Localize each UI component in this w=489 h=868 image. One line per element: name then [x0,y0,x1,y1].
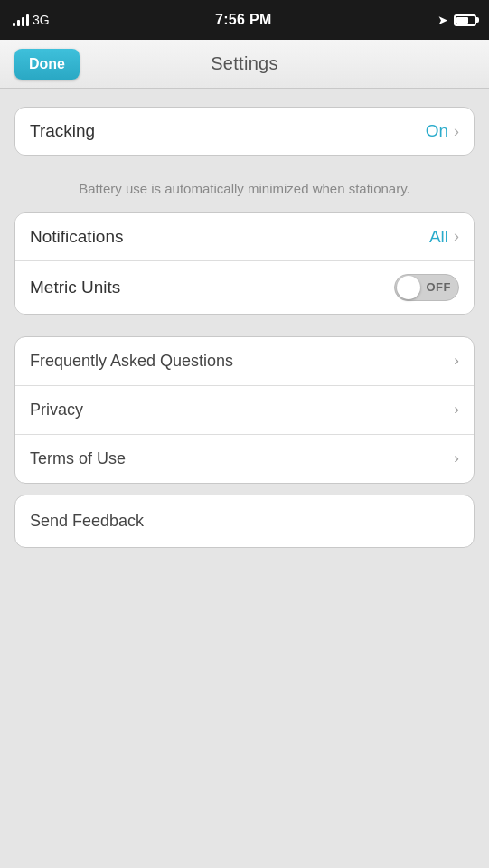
links-section: Frequently Asked Questions › Privacy › T… [14,336,475,484]
signal-bar-4 [26,14,29,26]
notifications-status: All [429,227,448,247]
metric-units-toggle-container[interactable]: OFF [394,274,459,301]
notifications-value[interactable]: All › [429,227,459,247]
tracking-value[interactable]: On › [426,121,459,141]
faq-chevron-icon: › [454,352,459,370]
done-button[interactable]: Done [14,49,80,80]
signal-bar-1 [13,23,15,26]
tracking-row[interactable]: Tracking On › [15,108,474,155]
tracking-status: On [426,121,448,141]
tracking-label: Tracking [30,121,95,141]
privacy-chevron-icon: › [454,401,459,419]
feedback-label: Send Feedback [30,512,144,531]
feedback-section: Send Feedback [14,495,475,548]
toggle-knob [397,276,420,299]
terms-chevron-icon: › [454,449,459,467]
status-left: 3G [13,13,50,27]
toggle-state-label: OFF [427,280,452,294]
page-title: Settings [211,53,278,74]
metric-units-row: Metric Units OFF [15,260,474,314]
faq-row[interactable]: Frequently Asked Questions › [15,337,474,385]
privacy-row[interactable]: Privacy › [15,385,474,434]
nav-bar: Done Settings [0,40,489,89]
status-bar: 3G 7:56 PM ➤ [0,0,489,40]
battery-icon [454,14,476,26]
notifications-chevron-icon: › [454,227,459,246]
settings-content: Tracking On › Battery use is automatical… [0,89,489,868]
faq-label: Frequently Asked Questions [30,352,233,371]
battery-fill [456,17,468,24]
terms-label: Terms of Use [30,449,126,468]
location-arrow-icon: ➤ [437,13,448,27]
status-right: ➤ [437,13,476,27]
tracking-chevron-icon: › [454,122,459,141]
notifications-row[interactable]: Notifications All › [15,213,474,260]
feedback-row[interactable]: Send Feedback [15,495,474,547]
notifications-metrics-section: Notifications All › Metric Units OFF [14,212,475,315]
carrier-label: 3G [33,13,50,27]
tracking-section: Tracking On › [14,107,475,156]
terms-row[interactable]: Terms of Use › [15,434,474,483]
notifications-label: Notifications [30,227,124,247]
signal-bars [13,14,29,26]
signal-bar-3 [22,17,24,26]
signal-bar-2 [17,20,20,26]
tracking-description: Battery use is automatically minimized w… [14,166,475,212]
status-time: 7:56 PM [215,12,272,28]
privacy-label: Privacy [30,401,83,420]
metric-units-toggle[interactable]: OFF [394,274,459,301]
metric-units-label: Metric Units [30,278,120,297]
